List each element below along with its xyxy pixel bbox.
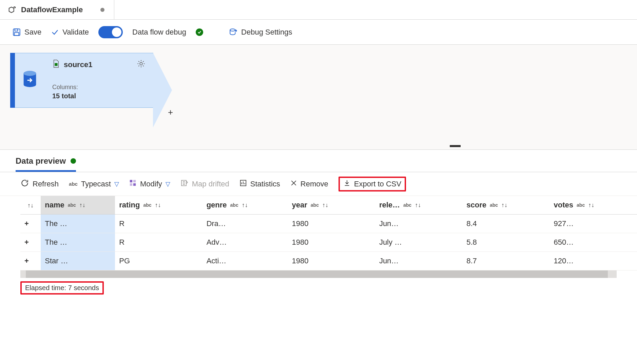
col-type-tag: abc	[143, 202, 151, 208]
typecast-button[interactable]: abc Typecast ▽	[69, 180, 119, 188]
abc-icon: abc	[69, 181, 78, 187]
check-icon	[51, 28, 59, 36]
col-header-score[interactable]: score abc ↑↓	[462, 196, 549, 215]
tab-dataflow[interactable]: DataflowExample	[0, 0, 114, 19]
svg-rect-9	[133, 180, 136, 182]
cell: Acti…	[202, 252, 288, 270]
col-name-label: genre	[207, 201, 227, 209]
svg-rect-2	[15, 33, 19, 36]
table-row[interactable]: + The … R Dra… 1980 Jun… 8.4 927…	[20, 215, 637, 233]
col-header-released[interactable]: rele… abc ↑↓	[375, 196, 462, 215]
expand-row-button[interactable]: +	[20, 233, 41, 252]
row-sort-header[interactable]: ↑↓	[20, 196, 41, 215]
source-node[interactable]: source1 Columns: 15 total	[10, 53, 153, 108]
remove-label: Remove	[301, 180, 328, 188]
node-type-icon-box	[15, 53, 45, 108]
cell: R	[115, 233, 202, 252]
map-drifted-icon	[180, 179, 189, 189]
cell: 8.4	[462, 215, 549, 233]
data-preview-table: ↑↓ name abc ↑↓ rating abc ↑↓ genre abc ↑…	[20, 196, 637, 270]
node-columns-label: Columns:	[52, 84, 146, 91]
col-type-tag: abc	[230, 202, 238, 208]
cell: 1980	[288, 215, 375, 233]
debug-settings-button[interactable]: Debug Settings	[229, 28, 292, 37]
sort-icon[interactable]: ↑↓	[79, 202, 85, 209]
svg-rect-8	[130, 180, 132, 182]
map-drifted-button: Map drifted	[180, 179, 229, 189]
modify-button[interactable]: Modify ▽	[129, 179, 170, 189]
cell: PG	[115, 252, 202, 270]
cell: 1980	[288, 233, 375, 252]
export-csv-label: Export to CSV	[354, 180, 401, 188]
svg-rect-6	[55, 63, 57, 66]
statistics-button[interactable]: Statistics	[239, 179, 280, 189]
validate-button[interactable]: Validate	[51, 28, 89, 37]
settings-export-icon	[229, 28, 238, 37]
statistics-label: Statistics	[250, 180, 280, 188]
col-header-name[interactable]: name abc ↑↓	[41, 196, 115, 215]
tab-data-preview-label: Data preview	[16, 156, 66, 166]
modify-icon	[129, 179, 137, 189]
col-name-label: votes	[554, 201, 573, 209]
node-columns-value: 15 total	[52, 92, 146, 100]
database-icon	[22, 70, 37, 91]
chevron-down-icon: ▽	[114, 180, 119, 188]
col-header-rating[interactable]: rating abc ↑↓	[115, 196, 202, 215]
add-transform-button[interactable]: +	[168, 107, 173, 118]
save-icon	[12, 28, 21, 37]
editor-toolbar: Save Validate Data flow debug Debug Sett…	[0, 20, 637, 45]
node-select-bar	[10, 53, 15, 108]
cell: The …	[41, 215, 115, 233]
gear-icon[interactable]	[137, 59, 146, 70]
panel-resize-handle[interactable]	[450, 145, 461, 147]
refresh-label: Refresh	[33, 180, 59, 188]
refresh-button[interactable]: Refresh	[20, 179, 59, 189]
cell: Jun…	[375, 215, 462, 233]
cell: 8.7	[462, 252, 549, 270]
sort-icon[interactable]: ↑↓	[155, 202, 161, 209]
save-label: Save	[24, 28, 41, 37]
node-name: source1	[64, 60, 92, 69]
debug-toggle[interactable]	[98, 26, 123, 38]
sort-icon[interactable]: ↑↓	[588, 202, 594, 209]
sort-icon[interactable]: ↑↓	[415, 202, 421, 209]
col-name-label: name	[45, 201, 64, 209]
col-type-tag: abc	[68, 202, 76, 208]
debug-toggle-label: Data flow debug	[132, 28, 186, 37]
svg-rect-1	[15, 29, 18, 31]
typecast-label: Typecast	[81, 180, 111, 188]
export-csv-button[interactable]: Export to CSV	[339, 177, 406, 191]
preview-footer: Elapsed time: 7 seconds	[0, 278, 637, 298]
col-header-year[interactable]: year abc ↑↓	[288, 196, 375, 215]
map-drifted-label: Map drifted	[192, 180, 229, 188]
table-row[interactable]: + The … R Adv… 1980 July … 5.8 650…	[20, 233, 637, 252]
save-button[interactable]: Save	[12, 28, 41, 37]
tab-bar-empty	[114, 0, 637, 19]
col-type-tag: abc	[403, 202, 411, 208]
expand-row-button[interactable]: +	[20, 215, 41, 233]
sort-icon[interactable]: ↑↓	[501, 202, 507, 209]
expand-row-button[interactable]: +	[20, 252, 41, 270]
horizontal-scrollbar[interactable]	[20, 270, 617, 278]
cell: Jun…	[375, 252, 462, 270]
table-row[interactable]: + Star … PG Acti… 1980 Jun… 8.7 120…	[20, 252, 637, 270]
col-header-genre[interactable]: genre abc ↑↓	[202, 196, 288, 215]
preview-status-icon	[71, 158, 76, 164]
sort-icon[interactable]: ↑↓	[242, 202, 248, 209]
cell: Adv…	[202, 233, 288, 252]
svg-point-7	[140, 62, 142, 65]
close-icon	[290, 180, 297, 188]
svg-rect-11	[133, 183, 136, 185]
cell: The …	[41, 233, 115, 252]
col-type-tag: abc	[490, 202, 498, 208]
node-arrow-shape	[153, 53, 172, 108]
panel-tabs: Data preview	[0, 150, 637, 172]
dataflow-canvas[interactable]: source1 Columns: 15 total +	[0, 45, 637, 150]
col-header-votes[interactable]: votes abc ↑↓	[550, 196, 637, 215]
sort-icon[interactable]: ↑↓	[322, 202, 328, 209]
col-name-label: rele…	[379, 201, 400, 209]
cell: Dra…	[202, 215, 288, 233]
remove-button[interactable]: Remove	[290, 180, 328, 188]
cell: Star …	[41, 252, 115, 270]
tab-data-preview[interactable]: Data preview	[16, 150, 76, 172]
